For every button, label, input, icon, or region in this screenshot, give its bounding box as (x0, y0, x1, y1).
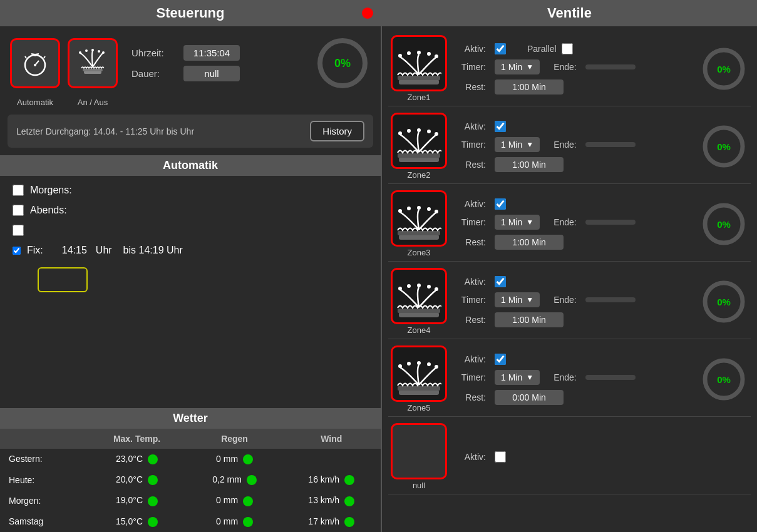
svg-point-14 (102, 51, 105, 54)
zone-gauge-text: 0% (717, 296, 731, 307)
aktiv-checkbox[interactable] (495, 354, 506, 365)
zone-rest-row: Rest: 1:00 Min (453, 79, 693, 95)
svg-point-37 (398, 209, 402, 213)
wetter-wind: 16 km/h (282, 469, 381, 490)
zone-icon-null[interactable] (391, 423, 447, 479)
dauer-value: null (183, 66, 240, 81)
dropdown-arrow-icon: ▼ (526, 140, 533, 149)
svg-rect-26 (399, 157, 439, 162)
svg-point-29 (407, 129, 411, 133)
fix-checkbox[interactable] (13, 247, 21, 255)
aktiv-checkbox[interactable] (495, 43, 506, 54)
aktiv-checkbox[interactable] (495, 276, 506, 287)
extra-checkbox-row (13, 225, 368, 236)
zone-label: Zone4 (408, 325, 431, 335)
wetter-temp: 23,0°C (86, 449, 187, 469)
svg-line-6 (25, 56, 26, 58)
zones-container: Zone1 Aktiv: Parallel Timer: 1 Min ▼ (382, 26, 757, 532)
rest-label: Rest: (453, 315, 486, 325)
zone-gauge-text: 0% (717, 374, 731, 384)
parallel-checkbox[interactable] (562, 43, 573, 54)
yellow-input-box[interactable] (38, 267, 88, 292)
wetter-wind (282, 449, 381, 469)
zone-controls: Aktiv: Timer: 1 Min ▼ Ende: Rest: 0:00 M… (453, 354, 693, 405)
ende-value (585, 375, 636, 380)
svg-point-40 (427, 207, 431, 211)
aktiv-checkbox[interactable] (495, 451, 506, 463)
abends-checkbox[interactable] (13, 205, 24, 216)
extra-checkbox[interactable] (13, 225, 24, 236)
zone-icon[interactable] (391, 113, 447, 169)
zone-icon[interactable] (391, 345, 447, 402)
abends-label: Abends: (30, 205, 67, 216)
zone-row: null Aktiv: (388, 419, 751, 494)
ventile-header: Ventile (382, 0, 757, 26)
svg-point-49 (427, 285, 431, 289)
zone-controls: Aktiv: Timer: 1 Min ▼ Ende: Rest: 1:00 M… (453, 121, 693, 172)
timer-value: 1 Min (501, 140, 522, 150)
fix-uhr1: Uhr (96, 245, 112, 256)
wetter-temp: 20,0°C (86, 469, 187, 490)
svg-rect-18 (398, 76, 440, 80)
zone-row: Zone4 Aktiv: Timer: 1 Min ▼ Ende: (388, 264, 751, 339)
timer-dropdown[interactable]: 1 Min ▼ (495, 292, 540, 307)
wetter-row: Samstag 15,0°C 0 mm 17 km/h (0, 511, 381, 532)
btn-labels: Automatik An / Aus (0, 98, 381, 111)
timer-label: Timer: (453, 62, 486, 72)
uhrzeit-label: Uhrzeit: (131, 48, 178, 58)
svg-point-21 (417, 51, 421, 54)
zone-aktiv-row: Aktiv: Parallel (453, 43, 693, 54)
wetter-header: Wetter (0, 408, 381, 429)
wetter-table: Max. Temp. Regen Wind Gestern: 23,0°C 0 … (0, 429, 381, 532)
svg-point-28 (398, 131, 402, 135)
svg-rect-44 (399, 312, 439, 317)
timer-dropdown[interactable]: 1 Min ▼ (495, 215, 540, 230)
svg-rect-35 (399, 235, 439, 240)
dauer-label: Dauer: (131, 68, 178, 79)
automatik-button[interactable] (10, 38, 60, 88)
aktiv-label: Aktiv: (453, 277, 486, 287)
aktiv-label: Aktiv: (453, 44, 486, 54)
timer-label: Timer: (453, 217, 486, 227)
left-panel: Steuerung (0, 0, 382, 532)
automatik-section: Morgens: Abends: Fix: 14:15 Uhr bis 14:1… (0, 176, 381, 301)
timer-dropdown[interactable]: 1 Min ▼ (495, 137, 540, 152)
svg-point-10 (79, 51, 81, 54)
svg-point-58 (427, 362, 431, 366)
rest-value: 0:00 Min (495, 390, 564, 405)
svg-line-7 (44, 56, 45, 58)
zone-label: Zone3 (408, 248, 431, 257)
svg-point-12 (91, 49, 94, 51)
zone-aktiv-row: Aktiv: (453, 451, 748, 463)
zone-controls: Aktiv: (453, 451, 748, 463)
aktiv-label: Aktiv: (453, 452, 486, 462)
automatik-label: Automatik (10, 98, 60, 107)
regen-dot (243, 496, 253, 506)
wetter-day: Samstag (0, 511, 86, 532)
timer-label: Timer: (453, 295, 486, 305)
morgens-checkbox[interactable] (13, 185, 24, 196)
aktiv-checkbox[interactable] (495, 198, 506, 210)
history-button[interactable]: History (310, 121, 364, 141)
zone-timer-row: Timer: 1 Min ▼ Ende: (453, 137, 693, 152)
fix-label: Fix: (27, 245, 43, 256)
timer-dropdown[interactable]: 1 Min ▼ (495, 59, 540, 74)
zone-icon[interactable] (391, 190, 447, 247)
svg-line-3 (35, 54, 39, 54)
zone-row: Zone1 Aktiv: Parallel Timer: 1 Min ▼ (388, 31, 751, 106)
timer-dropdown[interactable]: 1 Min ▼ (495, 370, 540, 385)
zone-controls: Aktiv: Timer: 1 Min ▼ Ende: Rest: 1:00 M… (453, 198, 693, 250)
an-aus-button[interactable] (68, 38, 118, 88)
zone-label: Zone5 (408, 403, 431, 412)
zone-icon[interactable] (391, 268, 447, 324)
zone-icon[interactable] (391, 35, 447, 91)
aktiv-label: Aktiv: (453, 354, 486, 364)
rest-value: 1:00 Min (495, 235, 564, 250)
svg-point-5 (34, 64, 36, 66)
aktiv-checkbox[interactable] (495, 121, 506, 132)
svg-point-22 (427, 52, 431, 56)
ende-value (585, 220, 636, 225)
zone-row: Zone3 Aktiv: Timer: 1 Min ▼ Ende: (388, 187, 751, 262)
zone-rest-row: Rest: 1:00 Min (453, 235, 693, 250)
timer-value: 1 Min (501, 372, 522, 382)
